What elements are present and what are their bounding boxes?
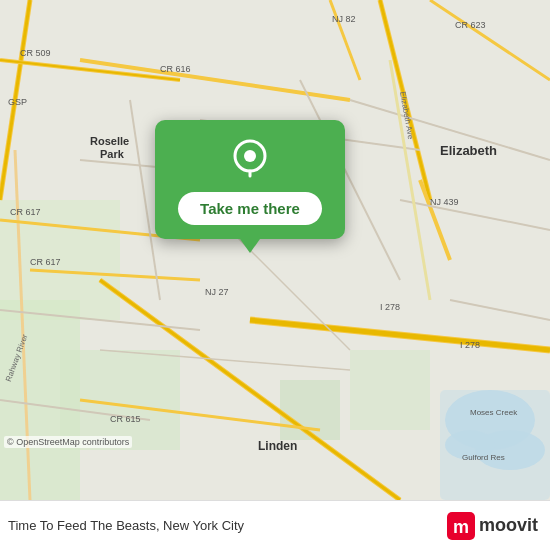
svg-text:Linden: Linden: [258, 439, 297, 453]
popup-card: Take me there: [155, 120, 345, 239]
bottom-bar: Time To Feed The Beasts, New York City m…: [0, 500, 550, 550]
moovit-logo: m moovit: [447, 512, 538, 540]
svg-text:Gulford Res: Gulford Res: [462, 453, 505, 462]
svg-text:CR 617: CR 617: [10, 207, 41, 217]
osm-attribution: © OpenStreetMap contributors: [4, 436, 132, 448]
svg-text:m: m: [453, 517, 469, 537]
svg-text:Park: Park: [100, 148, 125, 160]
svg-text:NJ 82: NJ 82: [332, 14, 356, 24]
svg-rect-4: [440, 390, 550, 500]
svg-text:NJ 27: NJ 27: [205, 287, 229, 297]
svg-text:Roselle: Roselle: [90, 135, 129, 147]
location-label: Time To Feed The Beasts, New York City: [8, 518, 244, 533]
svg-text:CR 617: CR 617: [30, 257, 61, 267]
svg-text:NJ 439: NJ 439: [430, 197, 459, 207]
moovit-logo-icon: m: [447, 512, 475, 540]
svg-rect-6: [60, 350, 180, 450]
location-pin-icon: [228, 138, 272, 182]
svg-text:Elizabeth: Elizabeth: [440, 143, 497, 158]
take-me-there-button[interactable]: Take me there: [178, 192, 322, 225]
map-container: CR 509 CR 616 CR 617 CR 617 CR 623 NJ 82…: [0, 0, 550, 500]
svg-text:I 278: I 278: [380, 302, 400, 312]
svg-text:CR 616: CR 616: [160, 64, 191, 74]
moovit-label: moovit: [479, 515, 538, 536]
svg-text:I 278: I 278: [460, 340, 480, 350]
svg-text:GSP: GSP: [8, 97, 27, 107]
svg-point-61: [244, 150, 256, 162]
map-svg: CR 509 CR 616 CR 617 CR 617 CR 623 NJ 82…: [0, 0, 550, 500]
svg-rect-7: [350, 350, 430, 430]
svg-text:CR 615: CR 615: [110, 414, 141, 424]
svg-text:CR 623: CR 623: [455, 20, 486, 30]
svg-text:Moses Creek: Moses Creek: [470, 408, 518, 417]
svg-text:CR 509: CR 509: [20, 48, 51, 58]
